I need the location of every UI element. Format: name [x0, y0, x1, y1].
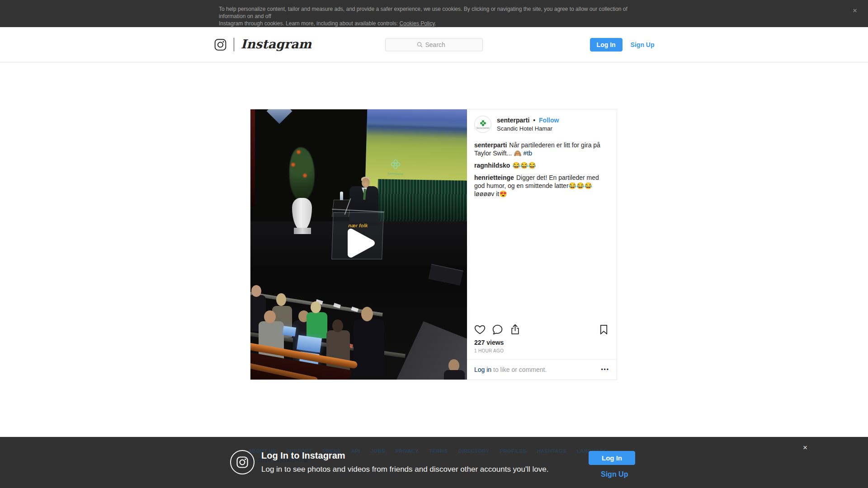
instagram-logo[interactable]: Instagram	[214, 37, 312, 52]
hashtag-link[interactable]: #tb	[524, 150, 532, 157]
post-footer: 227 views 1 HOUR AGO Log in to like or c…	[467, 319, 617, 380]
comment: ragnhildsko😂😂😂	[474, 161, 609, 169]
audience-member	[444, 370, 465, 380]
stage-monitor	[428, 264, 463, 286]
flower	[291, 163, 295, 167]
footer-link-privacy[interactable]: PRIVACY	[396, 448, 419, 454]
laptop-screen	[283, 326, 297, 337]
video-player[interactable]: Senterpartiet nær folk	[250, 109, 467, 380]
vase-base	[294, 228, 311, 234]
footer-link-terms[interactable]: TERMS	[429, 448, 448, 454]
audience-area	[250, 267, 467, 380]
footer-link-hashtags[interactable]: HASHTAGS	[537, 448, 566, 454]
footer-link-jobs[interactable]: JOBS	[370, 448, 385, 454]
site-footer: ABOUT US SUPPORT PRESS API JOBS PRIVACY …	[0, 437, 868, 488]
comment-username[interactable]: henrietteinge	[474, 174, 514, 181]
login-button[interactable]: Log In	[590, 38, 623, 52]
avatar-logo-text: Senterpartiet	[476, 127, 490, 129]
login-prompt-text: to like or comment.	[491, 366, 547, 373]
search-box[interactable]	[385, 38, 483, 51]
footer-login-button[interactable]: Log In	[589, 451, 635, 465]
cookie-text-line1: To help personalize content, tailor and …	[219, 5, 649, 20]
logo-divider	[234, 38, 234, 52]
share-button[interactable]	[509, 324, 521, 335]
cookie-text-line2: Instagram through cookies. Learn more, i…	[219, 20, 649, 27]
stage-banner	[267, 109, 292, 124]
footer-link-profiles[interactable]: PROFILES	[500, 448, 526, 454]
audience-head	[276, 293, 286, 306]
login-to-comment-link[interactable]: Log in	[474, 366, 491, 373]
instagram-wordmark: Instagram	[241, 37, 312, 52]
comment-button[interactable]	[492, 324, 503, 335]
instagram-post-page: { "cookie_banner": { "line1": "To help p…	[0, 0, 868, 488]
comment: henrietteingeDigger det! En partileder m…	[474, 174, 609, 198]
cookie-banner: To help personalize content, tailor and …	[0, 0, 868, 27]
cookies-policy-link[interactable]: Cookies Policy	[400, 20, 435, 27]
play-icon	[346, 228, 375, 258]
clover-icon	[390, 158, 402, 170]
flower	[297, 150, 301, 154]
heart-icon	[474, 324, 486, 335]
follow-button[interactable]: Follow	[539, 117, 559, 124]
avatar[interactable]: Senterpartiet	[474, 116, 491, 133]
footer-link-directory[interactable]: DIRECTORY	[458, 448, 489, 454]
screen-landscape	[367, 125, 467, 138]
footer-link-api[interactable]: API	[351, 448, 360, 454]
stage-left-curtain	[250, 109, 255, 206]
cookie-banner-text: To help personalize content, tailor and …	[219, 0, 649, 27]
save-button[interactable]	[598, 324, 609, 335]
search-icon	[417, 42, 423, 47]
signup-link[interactable]: Sign Up	[631, 41, 655, 48]
like-button[interactable]	[474, 324, 486, 335]
cookie-close-icon[interactable]: ×	[853, 6, 857, 15]
audience-head	[361, 307, 373, 321]
post-header: Senterpartiet senterparti • Follow Scand…	[467, 109, 617, 137]
caption: senterpartiNår partilederen er litt for …	[474, 141, 609, 157]
location-link[interactable]: Scandic Hotel Hamar	[497, 125, 559, 132]
timestamp: 1 HOUR AGO	[467, 346, 617, 359]
footer-banner-title: Log In to Instagram	[261, 450, 345, 461]
play-button[interactable]	[346, 228, 375, 258]
site-header: Instagram Log In Sign Up	[0, 27, 868, 62]
audience-head	[251, 285, 261, 297]
audience-member-green-jacket	[307, 312, 327, 338]
view-count: 227 views	[467, 338, 617, 346]
instagram-circle-icon	[230, 450, 255, 475]
username-link[interactable]: senterparti	[497, 117, 529, 124]
comment-text: 😂😂😂	[512, 162, 536, 169]
login-prompt: Log in to like or comment. •••	[467, 359, 617, 380]
audience-head	[264, 310, 276, 323]
bookmark-icon	[598, 324, 609, 335]
paper	[333, 303, 341, 308]
audience-head	[311, 301, 321, 313]
comment-username[interactable]: ragnhildsko	[474, 162, 510, 169]
comments-section: senterpartiNår partilederen er litt for …	[467, 137, 617, 198]
screen-party-logo: Senterpartiet	[385, 158, 406, 175]
caption-username[interactable]: senterparti	[474, 141, 507, 149]
camera-icon	[214, 38, 227, 51]
flower-arrangement	[289, 147, 315, 201]
search-input[interactable]	[425, 41, 452, 48]
audience-head	[332, 319, 343, 332]
speaker-head	[362, 178, 370, 188]
paper	[351, 307, 359, 312]
screen-logo-text: Senterpartiet	[385, 172, 405, 175]
footer-signup-link[interactable]: Sign Up	[601, 470, 628, 479]
audience-member-suit	[354, 319, 384, 375]
post-card: Senterpartiet nær folk	[250, 109, 617, 380]
post-panel: Senterpartiet senterparti • Follow Scand…	[467, 109, 617, 380]
header-auth: Log In Sign Up	[590, 38, 655, 52]
footer-close-icon[interactable]: ×	[803, 443, 807, 452]
more-options-icon[interactable]: •••	[601, 366, 609, 373]
footer-banner-subtitle: Log in to see photos and videos from fri…	[261, 465, 548, 474]
clover-icon	[479, 119, 487, 127]
water-bottle	[340, 192, 343, 200]
dot-separator: •	[533, 117, 535, 124]
flower	[303, 174, 307, 178]
comment-icon	[492, 324, 503, 335]
share-icon	[509, 324, 521, 335]
action-bar	[467, 319, 617, 338]
